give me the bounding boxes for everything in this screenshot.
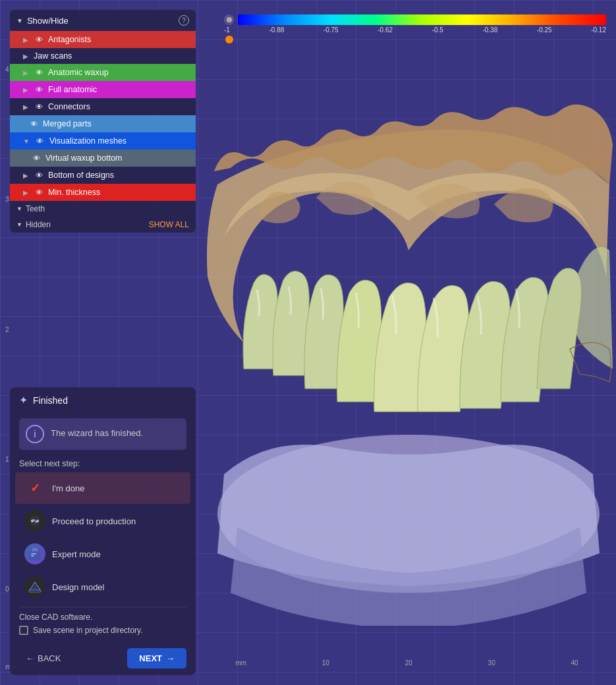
expert-icon <box>24 543 45 564</box>
close-cad-section: Close CAD software. Save scene in projec… <box>19 607 186 638</box>
sidebar-item-label: Min. thickness <box>48 188 100 197</box>
back-button[interactable]: ← BACK <box>19 649 67 667</box>
next-button[interactable]: NEXT → <box>127 648 186 669</box>
eye-icon: 👁 <box>34 84 44 95</box>
svg-rect-7 <box>29 590 41 592</box>
expand-arrow-icon: ▶ <box>23 172 28 179</box>
option-design-label: Design model <box>52 582 105 592</box>
svg-rect-4 <box>29 551 41 560</box>
colorbar-labels: -1 -0.88 -0.75 -0.62 -0.5 -0.38 -0.25 -0… <box>224 26 606 34</box>
sidebar-item-label: Anatomic waxup <box>48 68 109 77</box>
sidebar-item-label: Full anatomic <box>48 85 97 94</box>
production-icon <box>24 510 45 532</box>
ruler-bottom: mm 10 20 30 40 <box>198 659 616 667</box>
wizard-icon: ✦ <box>19 394 28 406</box>
sidebar-item-min-thickness[interactable]: ▶ 👁 Min. thickness <box>10 184 196 201</box>
expand-arrow-icon: ▶ <box>23 189 28 196</box>
save-scene-row[interactable]: Save scene in project directory. <box>19 626 186 635</box>
option-production[interactable]: Proceed to production <box>15 505 190 537</box>
option-done[interactable]: ✓ I'm done <box>15 472 190 504</box>
sidebar-panel: ▼ Show/Hide ? ▶ 👁 Antagonists ▶ Jaw scan… <box>10 10 196 233</box>
option-done-label: I'm done <box>52 483 84 493</box>
wizard-header: ✦ Finished <box>10 387 196 413</box>
sidebar-title: Show/Hide <box>27 16 69 26</box>
save-scene-label: Save scene in project directory. <box>33 626 143 635</box>
ruler-left: 4 3 2 1 0 <box>5 66 9 593</box>
sidebar-item-merged[interactable]: 👁 Merged parts <box>10 115 196 132</box>
eye-icon: 👁 <box>34 170 44 180</box>
eye-icon: 👁 <box>34 101 44 112</box>
expand-arrow-icon: ▶ <box>23 53 28 60</box>
next-arrow-icon: → <box>166 653 175 663</box>
option-production-label: Proceed to production <box>52 516 136 526</box>
back-arrow-icon: ← <box>26 653 34 663</box>
eye-icon: 👁 <box>35 136 45 146</box>
expand-arrow-icon: ▶ <box>23 36 28 43</box>
sidebar-item-antagonists[interactable]: ▶ 👁 Antagonists <box>10 31 196 48</box>
hidden-label: Hidden <box>26 220 51 229</box>
eye-icon: 👁 <box>31 153 42 163</box>
sidebar-item-visualization[interactable]: ▼ 👁 Visualization meshes <box>10 132 196 150</box>
wizard-title: Finished <box>33 395 68 406</box>
sidebar-item-connectors[interactable]: ▶ 👁 Connectors <box>10 98 196 115</box>
eye-icon: 👁 <box>34 34 44 45</box>
sidebar-header[interactable]: ▼ Show/Hide ? <box>10 10 196 31</box>
sidebar-item-label: Virtual waxup bottom <box>45 153 123 163</box>
wizard-footer: ← BACK NEXT → <box>10 642 196 675</box>
svg-point-3 <box>36 520 39 522</box>
next-label: NEXT <box>139 653 162 663</box>
save-scene-checkbox[interactable] <box>19 626 28 635</box>
design-icon <box>24 576 45 597</box>
close-cad-label: Close CAD software. <box>19 613 186 622</box>
show-all-button[interactable]: SHOW ALL <box>149 220 189 229</box>
sidebar-item-fullanatomic[interactable]: ▶ 👁 Full anatomic <box>10 81 196 98</box>
eye-icon: 👁 <box>34 187 44 198</box>
sidebar-item-anatomic[interactable]: ▶ 👁 Anatomic waxup <box>10 64 196 81</box>
svg-rect-6 <box>31 555 34 557</box>
sidebar-item-label: Bottom of designs <box>48 171 114 180</box>
wizard-panel: ✦ Finished i The wizard has finished. Se… <box>10 387 196 675</box>
colorbar: -1 -0.88 -0.75 -0.62 -0.5 -0.38 -0.25 -0… <box>224 14 606 47</box>
sidebar-item-label: Connectors <box>48 102 90 111</box>
expand-arrow-icon: ▶ <box>23 69 28 76</box>
svg-point-2 <box>31 520 34 522</box>
wizard-info-message: The wizard has finished. <box>51 425 143 439</box>
sidebar-item-label: Visualization meshes <box>49 136 126 146</box>
teeth-label: Teeth <box>26 204 45 213</box>
select-next-label: Select next step: <box>10 455 196 471</box>
expand-arrow-icon: ▶ <box>23 103 28 111</box>
sidebar-item-label: Antagonists <box>48 35 91 44</box>
sidebar-item-label: Merged parts <box>43 119 92 128</box>
svg-rect-5 <box>31 553 36 555</box>
option-design[interactable]: Design model <box>15 571 190 603</box>
info-icon: i <box>26 425 44 443</box>
expand-arrow-icon: ▼ <box>23 138 30 145</box>
sidebar-item-label: Jaw scans <box>34 51 72 61</box>
option-expert-label: Expert mode <box>52 549 101 559</box>
eye-icon: 👁 <box>28 119 39 129</box>
eye-icon: 👁 <box>34 67 44 78</box>
help-icon[interactable]: ? <box>179 15 189 26</box>
wizard-info-box: i The wizard has finished. <box>19 418 186 450</box>
collapse-arrow-icon: ▼ <box>16 17 23 24</box>
expand-arrow-icon: ▶ <box>23 86 28 94</box>
teeth-section[interactable]: ▼ Teeth <box>10 201 196 217</box>
sidebar-item-virtual-waxup[interactable]: 👁 Virtual waxup bottom <box>10 150 196 167</box>
done-icon: ✓ <box>24 478 45 499</box>
colorbar-gradient <box>238 14 606 25</box>
hidden-section: ▼ Hidden SHOW ALL <box>10 217 196 233</box>
sidebar-item-jawscans[interactable]: ▶ Jaw scans <box>10 48 196 64</box>
sidebar-item-bottom-designs[interactable]: ▶ 👁 Bottom of designs <box>10 167 196 184</box>
back-label: BACK <box>38 653 61 663</box>
option-expert[interactable]: Expert mode <box>15 538 190 570</box>
